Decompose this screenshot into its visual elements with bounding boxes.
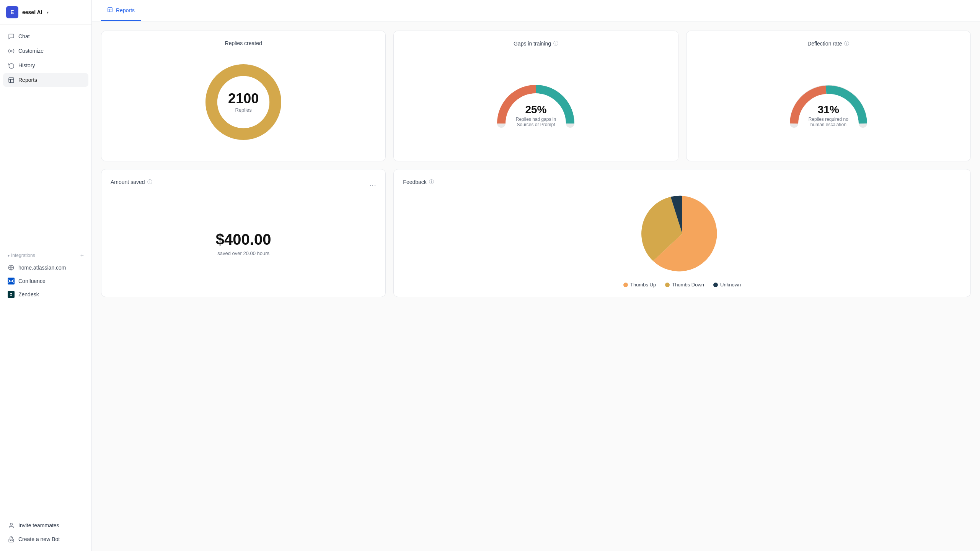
legend-thumbs-down: Thumbs Down [665, 282, 704, 288]
donut-container: 2100 Replies [201, 52, 285, 152]
avatar: E [6, 6, 18, 18]
integrations-section: ▾ Integrations + home.atlassian.com [0, 247, 91, 301]
company-name: eesel AI [22, 9, 42, 15]
sidebar-item-reports-label: Reports [18, 77, 37, 83]
legend-thumbs-up: Thumbs Up [623, 282, 656, 288]
sidebar-item-chat-label: Chat [18, 33, 30, 39]
integration-item-zendesk[interactable]: Z Zendesk [3, 288, 88, 301]
invite-icon [8, 522, 15, 529]
gauge-chart-gaps: 25% Replies had gaps in Sources or Promp… [494, 81, 578, 127]
deflection-info-icon: ⓘ [844, 40, 849, 47]
amount-title-row: Amount saved ⓘ ⋯ [111, 179, 376, 192]
svg-point-11 [11, 540, 12, 540]
amount-value: $400.00 [216, 231, 271, 248]
integration-item-atlassian[interactable]: home.atlassian.com [3, 261, 88, 274]
card-amount-saved: Amount saved ⓘ ⋯ $400.00 saved over 20.0… [101, 169, 386, 297]
sidebar-item-reports[interactable]: Reports [3, 73, 88, 87]
legend-unknown: Unknown [713, 282, 741, 288]
sidebar-item-customize-label: Customize [18, 48, 44, 54]
sidebar-footer: Invite teammates Create a new Bot [0, 514, 91, 551]
history-icon [8, 62, 15, 69]
feedback-legend: Thumbs Up Thumbs Down Unknown [623, 282, 741, 288]
invite-label: Invite teammates [18, 522, 59, 528]
chevron-down-icon: ▾ [47, 10, 49, 15]
unknown-dot [713, 283, 718, 287]
sidebar-item-customize[interactable]: Customize [3, 44, 88, 58]
sidebar-item-chat[interactable]: Chat [3, 29, 88, 43]
tab-reports-icon [107, 7, 113, 14]
gaps-info-icon: ⓘ [553, 40, 558, 47]
dashboard: Replies created 2100 Replies Gaps in [92, 21, 980, 551]
top-bar: Reports [92, 0, 980, 21]
card-gaps-in-training: Gaps in training ⓘ 25% Replies had [393, 31, 678, 161]
amount-description: saved over 20.00 hours [217, 250, 269, 256]
tab-reports-label: Reports [116, 7, 135, 13]
gauge-chart-deflection: 31% Replies required no human escalation [786, 81, 871, 127]
reports-icon [8, 76, 15, 83]
unknown-label: Unknown [720, 282, 741, 288]
deflection-title: Deflection rate ⓘ [807, 40, 849, 47]
svg-rect-12 [108, 7, 112, 11]
card-replies-created: Replies created 2100 Replies [101, 31, 386, 161]
customize-icon [8, 47, 15, 54]
svg-point-7 [10, 523, 12, 525]
amount-content: $400.00 saved over 20.00 hours [216, 192, 271, 288]
tab-reports[interactable]: Reports [101, 0, 141, 21]
thumbs-up-label: Thumbs Up [630, 282, 656, 288]
confluence-icon [8, 278, 15, 284]
confluence-label: Confluence [18, 278, 46, 284]
create-bot-button[interactable]: Create a new Bot [3, 533, 88, 546]
sidebar-item-history[interactable]: History [3, 59, 88, 72]
thumbs-down-dot [665, 283, 670, 287]
chat-icon [8, 33, 15, 40]
svg-point-10 [10, 540, 10, 540]
zendesk-icon: Z [8, 291, 15, 298]
svg-rect-8 [9, 539, 14, 542]
gauge-center-gaps: 25% Replies had gaps in Sources or Promp… [515, 104, 557, 127]
globe-icon [8, 264, 15, 271]
deflection-value: 31% [807, 104, 850, 115]
amount-title: Amount saved ⓘ [111, 179, 152, 185]
feedback-content: Thumbs Up Thumbs Down Unknown [403, 192, 961, 288]
main-content: Reports Replies created 2100 Replies [92, 0, 980, 551]
replies-label: Replies [228, 107, 259, 113]
svg-rect-1 [9, 78, 14, 83]
thumbs-up-dot [623, 283, 628, 287]
zendesk-label: Zendesk [18, 291, 39, 297]
gauge-container-gaps: 25% Replies had gaps in Sources or Promp… [494, 53, 578, 152]
donut-chart: 2100 Replies [201, 60, 285, 144]
integrations-header: ▾ Integrations + [3, 250, 88, 261]
feedback-pie-chart [640, 192, 724, 276]
bot-icon [8, 536, 15, 543]
gauge-container-deflection: 31% Replies required no human escalation [786, 53, 871, 152]
feedback-info-icon: ⓘ [429, 179, 434, 185]
thumbs-down-label: Thumbs Down [672, 282, 704, 288]
invite-teammates-button[interactable]: Invite teammates [3, 519, 88, 532]
replies-value: 2100 [228, 92, 259, 106]
sidebar: E eesel AI ▾ Chat Customize [0, 0, 92, 551]
integrations-label: Integrations [11, 253, 35, 258]
gaps-value: 25% [515, 104, 557, 115]
integrations-collapse-icon[interactable]: ▾ Integrations [8, 253, 35, 258]
integration-item-confluence[interactable]: Confluence [3, 275, 88, 288]
card-feedback: Feedback ⓘ [393, 169, 971, 297]
gaps-description: Replies had gaps in Sources or Prompt [515, 117, 557, 127]
feedback-title: Feedback ⓘ [403, 179, 434, 185]
sidebar-nav: Chat Customize History [0, 25, 91, 247]
gaps-title: Gaps in training ⓘ [514, 40, 558, 47]
deflection-description: Replies required no human escalation [807, 117, 850, 127]
atlassian-label: home.atlassian.com [18, 265, 66, 271]
svg-point-0 [10, 50, 12, 52]
sidebar-header[interactable]: E eesel AI ▾ [0, 0, 91, 25]
amount-menu-button[interactable]: ⋯ [369, 181, 376, 189]
gauge-center-deflection: 31% Replies required no human escalation [807, 104, 850, 127]
add-integration-button[interactable]: + [80, 252, 84, 259]
sidebar-item-history-label: History [18, 62, 35, 68]
svg-text:Z: Z [10, 293, 12, 296]
amount-info-icon: ⓘ [147, 179, 152, 185]
create-bot-label: Create a new Bot [18, 536, 60, 542]
card-deflection-rate: Deflection rate ⓘ 31% Replies required n… [686, 31, 971, 161]
replies-created-title: Replies created [225, 40, 262, 46]
